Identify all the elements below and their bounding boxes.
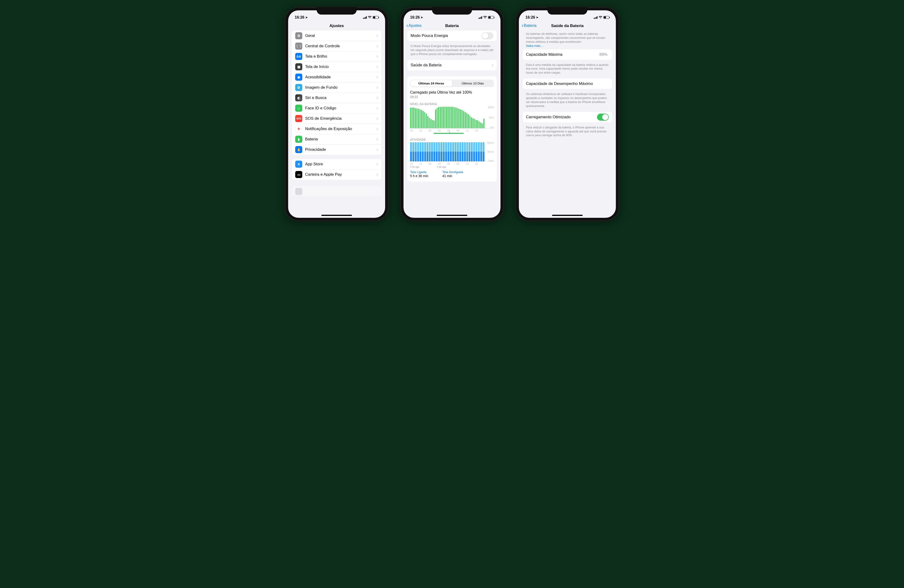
time-range-segmented[interactable]: Últimas 24 Horas Últimos 10 Dias <box>410 80 494 87</box>
row-max-capacity[interactable]: Capacidade Máxima 89% <box>523 49 612 60</box>
chart-bar-stack <box>441 142 443 161</box>
chart-bar <box>480 123 481 128</box>
x-date-label: 4 de ago. <box>410 166 420 168</box>
settings-row[interactable]: ✋Privacidade› <box>292 144 381 155</box>
chart-bar <box>435 110 436 128</box>
settings-row[interactable]: ◉Acessibilidade› <box>292 72 381 82</box>
home-indicator[interactable] <box>321 215 352 216</box>
learn-more-link[interactable]: Saiba mais… <box>526 44 543 47</box>
x-tick: 12 <box>466 129 475 132</box>
battery-icon <box>488 16 494 19</box>
legend-screen-on-value: 5 h e 36 min <box>410 174 428 178</box>
chart-bar <box>458 109 460 128</box>
phone-battery: 16:26 ➤ ‹ Ajustes Bateria Modo Pouca Ene… <box>400 7 504 221</box>
activity-header: ATIVIDADE <box>410 138 494 141</box>
row-optimized-charging[interactable]: Carregamento Otimizado <box>523 112 612 122</box>
nav-bar: ‹ Ajustes Bateria <box>403 22 501 31</box>
activity-chart: 60min 30min 0min 18210003060912154 de ag… <box>410 142 494 165</box>
chart-bar-stack <box>461 142 463 161</box>
chevron-right-icon: › <box>376 106 378 111</box>
wifi-icon <box>368 16 372 19</box>
seg-24h[interactable]: Últimas 24 Horas <box>411 80 452 87</box>
settings-row[interactable]: ▭Carteira e Apple Pay› <box>292 169 381 180</box>
chevron-right-icon: › <box>376 126 378 131</box>
chart-bar <box>432 120 433 128</box>
row-peak-performance[interactable]: Capacidade de Desempenho Máximo <box>523 79 612 89</box>
last-charge-title: Carregado pela Última Vez até 100% <box>410 90 494 95</box>
chart-bar-stack <box>450 142 452 161</box>
battery-icon <box>373 16 379 19</box>
optimized-charging-toggle[interactable] <box>597 114 609 121</box>
settings-row[interactable]: ⋮⋮Central de Controle› <box>292 41 381 51</box>
chart-bar <box>483 119 485 128</box>
settings-row-label: Central de Controle <box>305 44 376 49</box>
settings-row[interactable]: AApp Store› <box>292 159 381 169</box>
battery-health-label: Saúde da Bateria <box>411 63 492 68</box>
settings-row[interactable]: ⚙︎Geral› <box>292 31 381 41</box>
settings-row[interactable]: ☺︎Face ID e Código› <box>292 103 381 114</box>
page-title: Bateria <box>445 24 459 28</box>
chevron-right-icon: › <box>376 162 378 167</box>
page-title: Saúde da Bateria <box>551 24 583 28</box>
settings-row-icon: ✿ <box>295 84 302 91</box>
chart-bar <box>427 116 428 128</box>
wifi-icon <box>483 16 487 19</box>
chart-bar <box>443 107 444 128</box>
settings-row[interactable]: ✿Imagem de Fundo› <box>292 82 381 93</box>
settings-row-icon: A <box>295 161 302 168</box>
x-date-label: 5 de ago. <box>437 166 447 168</box>
legend-screen-off-label: Tela Desligada <box>443 170 463 174</box>
max-capacity-description: Esta é uma medida da capacidade da bater… <box>523 61 612 79</box>
chart-bar-stack <box>422 142 424 161</box>
settings-row[interactable]: SOSSOS de Emergência› <box>292 114 381 124</box>
chevron-right-icon: › <box>376 172 378 177</box>
status-time: 16:26 <box>410 15 420 19</box>
chart-bar <box>421 110 422 128</box>
x-tick: 18 <box>410 129 419 132</box>
settings-row-label: Tela e Brilho <box>305 54 376 59</box>
chart-bar <box>466 113 468 128</box>
settings-group-general: ⚙︎Geral›⋮⋮Central de Controle›AATela e B… <box>292 31 381 155</box>
chart-bar <box>479 121 480 128</box>
settings-row[interactable]: ☀︎Notificações de Exposição› <box>292 124 381 134</box>
low-power-toggle[interactable] <box>482 32 493 39</box>
chart-bar <box>471 117 472 128</box>
chart-bar-stack <box>480 142 482 161</box>
home-indicator[interactable] <box>437 215 467 216</box>
chart-bar <box>410 108 411 128</box>
x-tick: 18 <box>410 162 419 165</box>
max-capacity-label: Capacidade Máxima <box>526 52 599 57</box>
row-low-power-mode[interactable]: Modo Pouca Energia <box>407 31 497 41</box>
settings-row[interactable]: ▮Bateria› <box>292 134 381 144</box>
notch <box>317 7 357 14</box>
chart-bar-stack <box>464 142 466 161</box>
chart-bar <box>418 109 419 128</box>
home-indicator[interactable] <box>552 215 583 216</box>
y-label: 30min <box>487 150 494 153</box>
chart-bar-stack <box>447 142 449 161</box>
settings-row[interactable]: ◐Siri e Busca› <box>292 93 381 103</box>
chart-bar <box>424 112 425 128</box>
settings-row[interactable]: ▦Tela de Início› <box>292 61 381 72</box>
status-time: 16:26 <box>295 15 304 19</box>
status-time: 16:26 <box>525 15 535 19</box>
cellular-icon <box>594 16 598 19</box>
settings-row-icon: ☺︎ <box>295 105 302 112</box>
back-button[interactable]: ‹ Ajustes <box>406 23 422 28</box>
chart-bar <box>438 107 439 128</box>
battery-level-header: NÍVEL DA BATERIA <box>410 102 494 106</box>
y-label: 0% <box>490 126 494 129</box>
row-battery-health[interactable]: Saúde da Bateria › <box>407 60 497 70</box>
chart-bar <box>440 107 441 128</box>
x-tick: 15 <box>475 162 485 165</box>
x-tick: 12 <box>466 162 475 165</box>
seg-10d[interactable]: Últimos 10 Dias <box>452 80 493 87</box>
y-label: 100% <box>488 106 494 109</box>
chevron-right-icon: › <box>376 74 378 80</box>
back-button[interactable]: ‹ Bateria <box>522 23 537 28</box>
chart-bar-stack <box>468 142 470 161</box>
settings-row[interactable]: AATela e Brilho› <box>292 51 381 61</box>
settings-row-icon: AA <box>295 53 302 60</box>
x-tick: 03 <box>438 162 447 165</box>
intro-body: As baterias de telefones, assim como tod… <box>526 32 605 44</box>
